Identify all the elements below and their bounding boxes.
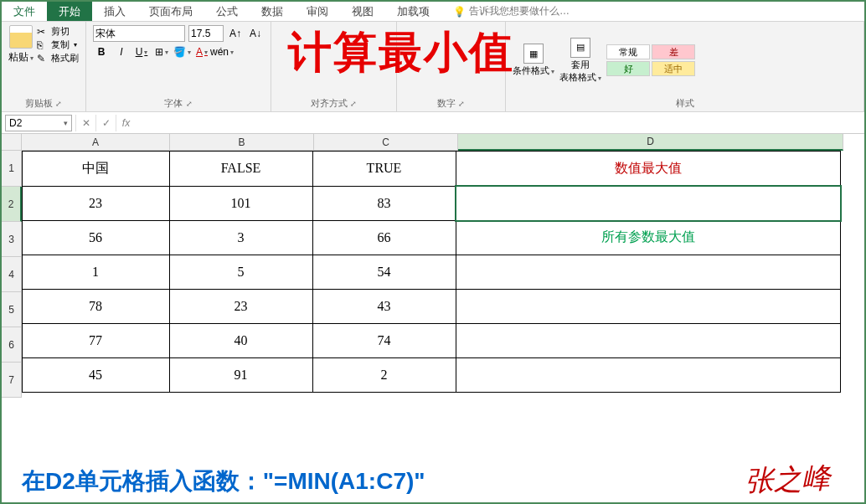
- formula-input[interactable]: [139, 115, 864, 131]
- cell[interactable]: 40: [169, 323, 313, 358]
- tab-data[interactable]: 数据: [250, 2, 295, 21]
- copy-button[interactable]: 复制▾: [37, 39, 79, 51]
- cell[interactable]: 91: [169, 357, 313, 393]
- cell[interactable]: 56: [22, 220, 170, 255]
- col-header[interactable]: A: [22, 134, 170, 151]
- tab-review[interactable]: 审阅: [295, 2, 340, 21]
- group-label: 数字 ⤢: [404, 95, 498, 110]
- style-neutral[interactable]: 适中: [652, 61, 695, 76]
- cell[interactable]: 101: [169, 186, 313, 221]
- row-header[interactable]: 7: [2, 363, 22, 398]
- group-label: 字体 ⤢: [93, 95, 264, 110]
- cell[interactable]: 5: [169, 255, 313, 290]
- tell-me[interactable]: 💡告诉我您想要做什么…: [441, 2, 570, 21]
- signature: 张之峰: [745, 459, 832, 501]
- group-label: 样式: [513, 95, 857, 110]
- underline-button[interactable]: U: [133, 44, 150, 60]
- accept-formula-button[interactable]: ✓: [95, 115, 116, 131]
- cell[interactable]: 数值最大值: [456, 151, 841, 187]
- paste-button[interactable]: 粘贴: [8, 50, 34, 64]
- paste-icon[interactable]: [9, 25, 33, 49]
- cell[interactable]: 43: [312, 289, 456, 324]
- name-box[interactable]: D2: [5, 115, 72, 131]
- tab-pagelayout[interactable]: 页面布局: [137, 2, 204, 21]
- format-painter-button[interactable]: 格式刷: [37, 52, 79, 64]
- col-header[interactable]: C: [314, 134, 458, 151]
- cut-button[interactable]: 剪切: [37, 25, 79, 38]
- cell-styles-gallery[interactable]: 常规 差 好 适中: [606, 44, 695, 76]
- cell-selected[interactable]: [456, 186, 841, 221]
- row-header[interactable]: 3: [2, 222, 22, 257]
- font-size-select[interactable]: [188, 25, 224, 42]
- instruction-text: 在D2单元格插入函数："=MIN(A1:C7)": [22, 465, 425, 497]
- row-header[interactable]: 1: [2, 151, 22, 187]
- row-header[interactable]: 6: [2, 327, 22, 363]
- cell[interactable]: 23: [22, 186, 170, 221]
- row-header[interactable]: 5: [2, 292, 22, 327]
- menu-tabs: 文件 开始 插入 页面布局 公式 数据 审阅 视图 加载项 💡告诉我您想要做什么…: [2, 2, 864, 22]
- cell[interactable]: 83: [312, 186, 456, 221]
- cell[interactable]: 所有参数最大值: [456, 220, 841, 255]
- cell[interactable]: 77: [22, 323, 170, 358]
- group-label: 对齐方式 ⤢: [278, 95, 389, 110]
- group-font: A↑ A↓ B I U ⊞ 🪣 A wén 字体 ⤢: [86, 22, 271, 111]
- bold-button[interactable]: B: [93, 44, 110, 60]
- conditional-format-button[interactable]: ▦ 条件格式: [513, 44, 554, 77]
- style-normal[interactable]: 常规: [606, 44, 650, 59]
- style-bad[interactable]: 差: [652, 44, 695, 59]
- cell[interactable]: FALSE: [169, 151, 313, 187]
- formula-bar: D2 ✕ ✓ fx: [2, 112, 864, 134]
- italic-button[interactable]: I: [113, 44, 130, 60]
- tab-file[interactable]: 文件: [2, 2, 47, 21]
- decrease-font-button[interactable]: A↓: [247, 25, 264, 42]
- font-color-button[interactable]: A: [193, 44, 210, 60]
- table-format-icon: ▤: [570, 38, 590, 58]
- brush-icon: [37, 53, 49, 64]
- font-name-select[interactable]: [93, 25, 185, 42]
- table-format-button[interactable]: ▤ 套用 表格格式: [559, 38, 601, 84]
- cell[interactable]: [456, 357, 841, 393]
- increase-font-button[interactable]: A↑: [227, 25, 244, 42]
- worksheet: 1 2 3 4 5 6 7 A B C D 中国 FALSE TRUE 数值最大…: [2, 134, 864, 398]
- fill-color-button[interactable]: 🪣: [173, 44, 190, 60]
- cell[interactable]: 74: [312, 323, 456, 358]
- cell[interactable]: TRUE: [312, 151, 456, 187]
- cell[interactable]: [456, 289, 841, 324]
- cell[interactable]: 66: [312, 220, 456, 255]
- col-header[interactable]: B: [170, 134, 314, 151]
- ribbon: 粘贴 剪切 复制▾ 格式刷 剪贴板 ⤢ A↑ A↓ B I U ⊞ 🪣: [2, 22, 864, 112]
- cell[interactable]: 45: [22, 357, 170, 393]
- col-header[interactable]: D: [458, 134, 843, 151]
- cell[interactable]: [456, 323, 841, 358]
- tab-home[interactable]: 开始: [47, 2, 92, 21]
- style-good[interactable]: 好: [606, 61, 650, 76]
- conditional-format-icon: ▦: [523, 44, 544, 64]
- tab-formulas[interactable]: 公式: [204, 2, 250, 21]
- group-number: 数字 ⤢: [397, 22, 506, 111]
- cell[interactable]: [456, 255, 841, 290]
- group-alignment: 对齐方式 ⤢: [271, 22, 397, 111]
- scissors-icon: [37, 26, 49, 38]
- bulb-icon: 💡: [453, 6, 466, 18]
- select-all-corner[interactable]: [2, 134, 22, 151]
- border-button[interactable]: ⊞: [153, 44, 170, 60]
- cell[interactable]: 23: [169, 289, 313, 324]
- cancel-formula-button[interactable]: ✕: [75, 115, 95, 131]
- copy-icon: [37, 39, 49, 51]
- cell[interactable]: 2: [312, 357, 456, 393]
- cell[interactable]: 54: [312, 255, 456, 290]
- insert-function-button[interactable]: fx: [116, 115, 136, 131]
- group-clipboard: 粘贴 剪切 复制▾ 格式刷 剪贴板 ⤢: [2, 22, 86, 111]
- cell[interactable]: 1: [22, 255, 170, 290]
- row-header[interactable]: 2: [2, 187, 22, 222]
- group-styles: ▦ 条件格式 ▤ 套用 表格格式 常规 差 好 适中 样式: [506, 22, 864, 111]
- tab-view[interactable]: 视图: [340, 2, 385, 21]
- row-header[interactable]: 4: [2, 257, 22, 292]
- cell[interactable]: 78: [22, 289, 170, 324]
- tab-addins[interactable]: 加载项: [385, 2, 441, 21]
- cell[interactable]: 中国: [22, 151, 170, 187]
- cell[interactable]: 3: [169, 220, 313, 255]
- phonetic-button[interactable]: wén: [214, 44, 230, 60]
- tab-insert[interactable]: 插入: [92, 2, 137, 21]
- group-label: 剪贴板 ⤢: [8, 95, 79, 110]
